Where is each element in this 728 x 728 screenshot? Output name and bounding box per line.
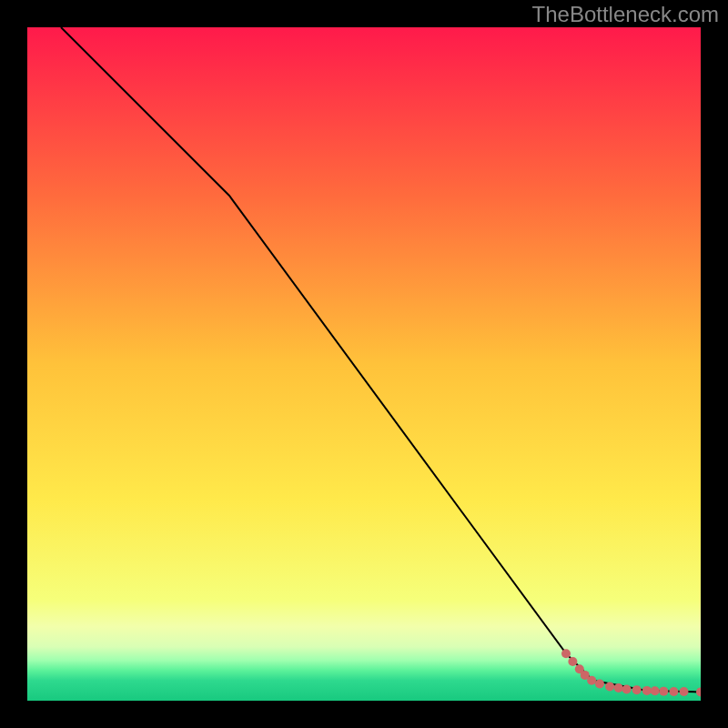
chart-container: TheBottleneck.com: [0, 0, 728, 728]
curve-marker: [587, 676, 596, 685]
curve-marker: [642, 686, 652, 695]
curve-marker: [669, 687, 678, 696]
curve-marker: [622, 684, 632, 693]
curve-marker: [605, 682, 614, 691]
curve-marker: [614, 683, 623, 693]
watermark-text: TheBottleneck.com: [532, 2, 719, 27]
curve-marker: [595, 680, 604, 689]
curve-marker: [561, 649, 571, 658]
curve-marker: [651, 686, 660, 695]
curve-marker: [632, 685, 642, 694]
chart-plot: [27, 27, 701, 701]
curve-marker: [568, 657, 577, 666]
plot-background: [27, 27, 701, 701]
curve-marker: [659, 687, 668, 696]
curve-marker: [680, 687, 689, 696]
